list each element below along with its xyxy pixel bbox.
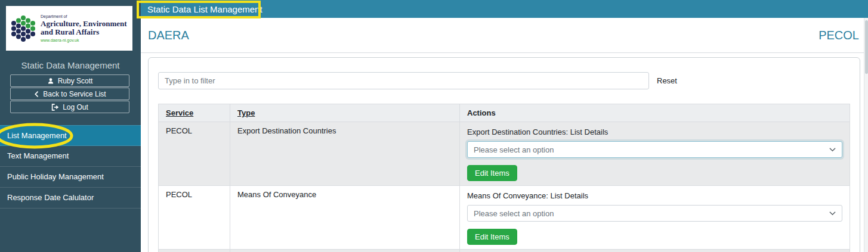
sidebar-item-list-management[interactable]: List Management — [0, 125, 141, 146]
page-title: Static Data List Management — [147, 4, 262, 14]
user-button-label: Ruby Scott — [58, 77, 93, 85]
topbar: Static Data List Management — [141, 0, 868, 18]
table-row: PECOL Means Of Conveyance Means Of Conve… — [159, 186, 850, 250]
list-details-label: Means Of Conveyance: List Details — [467, 191, 842, 200]
logo-name-line1: Agriculture, Environment — [41, 20, 127, 28]
sidebar-menu: List Management Text Management Public H… — [0, 125, 141, 209]
sidebar-item-response-date-calulator[interactable]: Response Date Calulator — [0, 188, 141, 209]
reset-button[interactable]: Reset — [657, 76, 677, 85]
service-cell: PECOL — [159, 122, 230, 186]
type-cell: Means Of Conveyance — [230, 186, 460, 250]
select-value: Please select an option — [474, 209, 554, 218]
content-area: Reset Service Type Actions PECOL Export … — [141, 53, 868, 252]
sidebar-title: Static Data Management — [0, 60, 141, 70]
service-cell: PECOL — [159, 186, 230, 250]
list-details-select[interactable]: Please select an option — [467, 205, 842, 222]
vertical-scrollbar[interactable] — [864, 18, 868, 252]
column-header-type[interactable]: Type — [237, 108, 255, 117]
list-details-select[interactable]: Please select an option — [467, 141, 842, 158]
table-header-row: Service Type Actions — [159, 104, 850, 122]
user-button[interactable]: Ruby Scott — [10, 74, 129, 87]
chevron-down-icon — [829, 147, 836, 152]
daera-dots-logo-icon — [10, 12, 36, 45]
static-data-list-table: Service Type Actions PECOL Export Destin… — [158, 104, 850, 252]
list-details-label: Export Destination Countries: List Detai… — [467, 127, 842, 136]
sidebar: Department of Agriculture, Environment a… — [0, 0, 141, 252]
scrollbar-thumb[interactable] — [865, 20, 868, 74]
table-row: PECOL Export Destination Countries Expor… — [159, 122, 850, 186]
column-header-actions: Actions — [467, 108, 496, 117]
logout-icon — [51, 104, 59, 111]
edit-items-button[interactable]: Edit Items — [467, 229, 517, 245]
sidebar-item-public-holiday-management[interactable]: Public Holiday Management — [0, 167, 141, 188]
service-name: PECOL — [818, 29, 859, 42]
logo-name-line2: and Rural Affairs — [41, 28, 127, 36]
list-management-card: Reset Service Type Actions PECOL Export … — [148, 57, 860, 252]
column-header-service[interactable]: Service — [166, 108, 193, 117]
back-button-label: Back to Service List — [43, 90, 106, 98]
page-header: DAERA PECOL — [141, 18, 868, 53]
filter-input[interactable] — [158, 72, 649, 89]
edit-items-button[interactable]: Edit Items — [467, 165, 517, 181]
sidebar-item-text-management[interactable]: Text Management — [0, 146, 141, 167]
type-cell: Export Destination Countries — [230, 122, 460, 186]
logout-button-label: Log Out — [63, 103, 88, 111]
daera-logo: Department of Agriculture, Environment a… — [6, 6, 132, 51]
log-out-button[interactable]: Log Out — [10, 101, 129, 113]
select-value: Please select an option — [474, 145, 554, 154]
brand-daera[interactable]: DAERA — [148, 29, 189, 42]
chevron-down-icon — [829, 211, 836, 216]
table-row-partial — [159, 250, 850, 252]
back-to-service-list-button[interactable]: Back to Service List — [10, 88, 129, 100]
chevron-left-icon — [33, 91, 39, 98]
logo-url: www.daera-ni.gov.uk — [41, 38, 127, 42]
logo-department-of: Department of — [41, 14, 127, 18]
user-icon — [47, 77, 54, 85]
